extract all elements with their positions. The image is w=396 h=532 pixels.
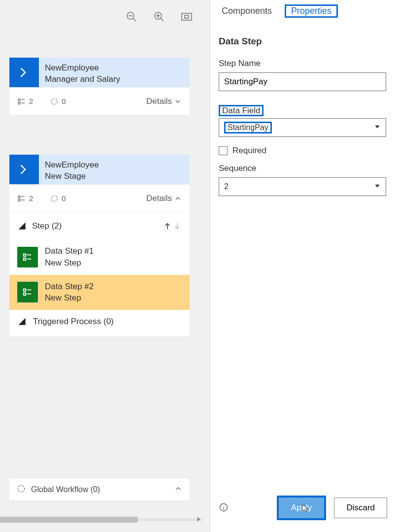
- svg-rect-16: [18, 199, 20, 201]
- svg-rect-14: [18, 196, 20, 198]
- triggered-label: Triggered Process (0): [33, 317, 114, 327]
- svg-rect-7: [182, 13, 192, 20]
- stage-icon: [9, 155, 39, 184]
- svg-rect-24: [24, 258, 26, 261]
- global-workflow-label: Global Workflow (0): [31, 485, 100, 494]
- required-checkbox[interactable]: [219, 146, 228, 155]
- workflow-icon: [16, 484, 26, 496]
- scroll-right-icon[interactable]: [195, 516, 202, 523]
- data-step-title: Data Step #2: [45, 281, 94, 293]
- svg-point-13: [51, 99, 57, 104]
- stage-icon: [9, 58, 39, 87]
- svg-rect-9: [18, 99, 20, 100]
- sequence-label: Sequence: [210, 156, 396, 177]
- data-step-subtitle: New Step: [45, 292, 94, 304]
- steps-icon: [17, 97, 26, 106]
- arrow-up-icon[interactable]: [163, 222, 172, 231]
- data-step-item[interactable]: Data Step #1 New Step: [9, 239, 190, 275]
- details-toggle[interactable]: Details: [146, 97, 182, 106]
- stage-name: NewEmployee: [45, 63, 120, 74]
- tab-components[interactable]: Components: [219, 4, 275, 18]
- process-icon: [50, 97, 59, 106]
- svg-rect-22: [24, 254, 26, 256]
- fit-screen-icon[interactable]: [181, 11, 193, 23]
- chevron-up-icon: [174, 195, 182, 202]
- arrow-down-icon[interactable]: [173, 222, 182, 231]
- global-workflow-bar[interactable]: Global Workflow (0): [9, 479, 190, 500]
- stage-name: NewEmployee: [45, 160, 99, 171]
- stage-card[interactable]: NewEmployee New Stage 2 0 Details Step (…: [9, 155, 190, 337]
- data-step-title: Data Step #1: [45, 245, 94, 257]
- svg-marker-30: [19, 318, 26, 325]
- discard-button[interactable]: Discard: [334, 498, 387, 518]
- steps-icon: [17, 194, 26, 203]
- step-name-input[interactable]: [219, 72, 386, 91]
- svg-rect-11: [18, 102, 20, 104]
- data-step-icon: [17, 247, 38, 267]
- svg-rect-26: [24, 289, 26, 292]
- section-title: Data Step: [210, 21, 396, 47]
- tab-properties[interactable]: Properties: [288, 4, 334, 18]
- info-icon[interactable]: [219, 502, 229, 514]
- triangle-icon: [17, 221, 27, 231]
- triggered-process-row[interactable]: Triggered Process (0): [9, 310, 190, 337]
- svg-marker-32: [198, 517, 200, 521]
- apply-button[interactable]: Apply: [279, 498, 325, 518]
- svg-marker-34: [375, 185, 379, 188]
- details-label: Details: [146, 194, 172, 203]
- chevron-up-icon: [174, 484, 183, 495]
- triangle-icon: [17, 317, 27, 327]
- chevron-down-icon: [374, 182, 381, 191]
- svg-rect-8: [185, 15, 189, 18]
- chevron-down-icon: [174, 98, 182, 105]
- required-label: Required: [232, 146, 266, 156]
- step-count: 2: [29, 194, 33, 202]
- svg-line-4: [161, 18, 164, 21]
- apply-label: Apply: [291, 503, 312, 513]
- svg-point-18: [51, 196, 57, 201]
- steps-label: Step (2): [32, 221, 62, 231]
- svg-rect-28: [24, 293, 26, 296]
- stage-subtitle: New Stage: [45, 171, 99, 182]
- stage-card[interactable]: NewEmployee Manager and Salary 2 0 Detai…: [9, 58, 190, 115]
- steps-header[interactable]: Step (2): [9, 212, 190, 239]
- chevron-down-icon: [374, 123, 381, 132]
- zoom-in-icon[interactable]: [153, 11, 165, 23]
- data-step-subtitle: New Step: [45, 257, 94, 269]
- svg-marker-33: [375, 126, 379, 129]
- data-step-item-selected[interactable]: Data Step #2 New Step: [9, 275, 190, 310]
- step-count: 2: [29, 97, 33, 105]
- details-toggle[interactable]: Details: [146, 194, 182, 203]
- horizontal-scrollbar[interactable]: [0, 515, 203, 524]
- data-field-label: Data Field: [219, 105, 264, 116]
- process-icon: [50, 194, 59, 203]
- sequence-value: 2: [224, 182, 229, 191]
- step-name-label: Step Name: [210, 47, 396, 72]
- svg-line-1: [133, 18, 136, 21]
- data-step-icon: [17, 282, 38, 302]
- svg-point-31: [18, 485, 24, 492]
- data-field-value: StartingPay: [224, 122, 272, 133]
- process-count: 0: [62, 97, 66, 105]
- zoom-out-icon[interactable]: [126, 11, 137, 23]
- process-count: 0: [62, 194, 66, 202]
- stage-subtitle: Manager and Salary: [45, 74, 120, 85]
- details-label: Details: [146, 97, 172, 106]
- svg-marker-19: [19, 222, 26, 229]
- data-field-select[interactable]: StartingPay: [219, 118, 386, 137]
- sequence-select[interactable]: 2: [219, 177, 386, 196]
